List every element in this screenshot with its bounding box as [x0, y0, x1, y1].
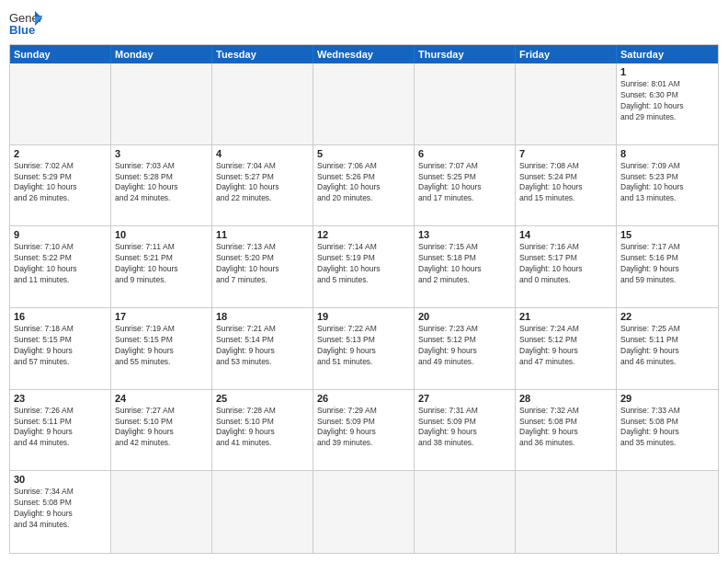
calendar-header-cell: Saturday — [617, 45, 718, 63]
calendar-week: 1Sunrise: 8:01 AM Sunset: 6:30 PM Daylig… — [10, 63, 718, 145]
calendar-cell — [415, 471, 516, 553]
day-number: 13 — [418, 229, 511, 240]
calendar-cell: 18Sunrise: 7:21 AM Sunset: 5:14 PM Dayli… — [212, 308, 313, 389]
day-info: Sunrise: 7:08 AM Sunset: 5:24 PM Dayligh… — [519, 161, 612, 205]
calendar-cell: 1Sunrise: 8:01 AM Sunset: 6:30 PM Daylig… — [617, 63, 718, 144]
day-number: 10 — [115, 229, 208, 240]
day-number: 6 — [418, 148, 511, 159]
calendar-cell — [313, 63, 415, 144]
calendar-header-cell: Monday — [111, 45, 212, 63]
day-info: Sunrise: 7:02 AM Sunset: 5:29 PM Dayligh… — [14, 161, 107, 205]
calendar: SundayMondayTuesdayWednesdayThursdayFrid… — [9, 44, 719, 554]
day-info: Sunrise: 7:29 AM Sunset: 5:09 PM Dayligh… — [317, 406, 410, 450]
day-number: 2 — [14, 148, 107, 159]
day-number: 24 — [115, 393, 208, 404]
calendar-cell: 8Sunrise: 7:09 AM Sunset: 5:23 PM Daylig… — [617, 145, 718, 226]
day-number: 23 — [14, 393, 107, 404]
day-info: Sunrise: 7:11 AM Sunset: 5:21 PM Dayligh… — [115, 242, 208, 286]
day-info: Sunrise: 7:19 AM Sunset: 5:15 PM Dayligh… — [115, 324, 208, 368]
calendar-cell: 25Sunrise: 7:28 AM Sunset: 5:10 PM Dayli… — [212, 390, 313, 471]
calendar-week: 16Sunrise: 7:18 AM Sunset: 5:15 PM Dayli… — [10, 308, 718, 390]
calendar-cell: 11Sunrise: 7:13 AM Sunset: 5:20 PM Dayli… — [212, 226, 313, 307]
day-info: Sunrise: 7:27 AM Sunset: 5:10 PM Dayligh… — [115, 406, 208, 450]
day-number: 22 — [620, 311, 714, 322]
calendar-cell — [313, 471, 415, 553]
day-number: 28 — [519, 393, 612, 404]
day-info: Sunrise: 7:09 AM Sunset: 5:23 PM Dayligh… — [620, 161, 714, 205]
calendar-cell: 28Sunrise: 7:32 AM Sunset: 5:08 PM Dayli… — [516, 390, 617, 471]
calendar-cell: 4Sunrise: 7:04 AM Sunset: 5:27 PM Daylig… — [212, 145, 313, 226]
day-info: Sunrise: 7:32 AM Sunset: 5:08 PM Dayligh… — [519, 406, 612, 450]
day-info: Sunrise: 7:13 AM Sunset: 5:20 PM Dayligh… — [216, 242, 309, 286]
calendar-cell: 12Sunrise: 7:14 AM Sunset: 5:19 PM Dayli… — [313, 226, 415, 307]
calendar-cell — [212, 63, 313, 144]
calendar-body: 1Sunrise: 8:01 AM Sunset: 6:30 PM Daylig… — [10, 63, 718, 553]
calendar-cell: 22Sunrise: 7:25 AM Sunset: 5:11 PM Dayli… — [617, 308, 718, 389]
day-info: Sunrise: 7:34 AM Sunset: 5:08 PM Dayligh… — [14, 487, 107, 531]
calendar-cell: 20Sunrise: 7:23 AM Sunset: 5:12 PM Dayli… — [415, 308, 516, 389]
day-number: 20 — [418, 311, 511, 322]
calendar-cell: 23Sunrise: 7:26 AM Sunset: 5:11 PM Dayli… — [10, 390, 111, 471]
day-number: 27 — [418, 393, 511, 404]
day-number: 5 — [317, 148, 410, 159]
day-number: 29 — [620, 393, 714, 404]
day-info: Sunrise: 7:06 AM Sunset: 5:26 PM Dayligh… — [317, 161, 410, 205]
calendar-header-cell: Thursday — [415, 45, 516, 63]
calendar-cell: 14Sunrise: 7:16 AM Sunset: 5:17 PM Dayli… — [516, 226, 617, 307]
page: General Blue SundayMondayTuesdayWednesda… — [0, 0, 728, 563]
calendar-header-cell: Friday — [516, 45, 617, 63]
day-number: 19 — [317, 311, 410, 322]
calendar-cell: 9Sunrise: 7:10 AM Sunset: 5:22 PM Daylig… — [10, 226, 111, 307]
calendar-header: SundayMondayTuesdayWednesdayThursdayFrid… — [10, 45, 718, 63]
day-info: Sunrise: 7:25 AM Sunset: 5:11 PM Dayligh… — [620, 324, 714, 368]
day-number: 18 — [216, 311, 309, 322]
calendar-cell — [212, 471, 313, 553]
day-number: 14 — [519, 229, 612, 240]
calendar-cell: 2Sunrise: 7:02 AM Sunset: 5:29 PM Daylig… — [10, 145, 111, 226]
calendar-cell — [415, 63, 516, 144]
day-number: 9 — [14, 229, 107, 240]
day-info: Sunrise: 7:24 AM Sunset: 5:12 PM Dayligh… — [519, 324, 612, 368]
calendar-header-cell: Wednesday — [313, 45, 415, 63]
day-info: Sunrise: 7:21 AM Sunset: 5:14 PM Dayligh… — [216, 324, 309, 368]
calendar-cell — [516, 471, 617, 553]
calendar-week: 23Sunrise: 7:26 AM Sunset: 5:11 PM Dayli… — [10, 390, 718, 472]
day-info: Sunrise: 7:04 AM Sunset: 5:27 PM Dayligh… — [216, 161, 309, 205]
calendar-cell: 24Sunrise: 7:27 AM Sunset: 5:10 PM Dayli… — [111, 390, 212, 471]
day-number: 8 — [620, 148, 714, 159]
calendar-cell: 30Sunrise: 7:34 AM Sunset: 5:08 PM Dayli… — [10, 471, 111, 553]
day-number: 4 — [216, 148, 309, 159]
calendar-header-cell: Tuesday — [212, 45, 313, 63]
day-info: Sunrise: 7:22 AM Sunset: 5:13 PM Dayligh… — [317, 324, 410, 368]
calendar-cell — [111, 471, 212, 553]
calendar-week: 2Sunrise: 7:02 AM Sunset: 5:29 PM Daylig… — [10, 145, 718, 227]
day-info: Sunrise: 7:23 AM Sunset: 5:12 PM Dayligh… — [418, 324, 511, 368]
day-info: Sunrise: 7:15 AM Sunset: 5:18 PM Dayligh… — [418, 242, 511, 286]
svg-text:Blue: Blue — [9, 23, 35, 37]
calendar-cell: 26Sunrise: 7:29 AM Sunset: 5:09 PM Dayli… — [313, 390, 415, 471]
calendar-cell: 5Sunrise: 7:06 AM Sunset: 5:26 PM Daylig… — [313, 145, 415, 226]
calendar-cell: 21Sunrise: 7:24 AM Sunset: 5:12 PM Dayli… — [516, 308, 617, 389]
day-number: 25 — [216, 393, 309, 404]
day-info: Sunrise: 7:18 AM Sunset: 5:15 PM Dayligh… — [14, 324, 107, 368]
day-info: Sunrise: 7:14 AM Sunset: 5:19 PM Dayligh… — [317, 242, 410, 286]
calendar-week: 9Sunrise: 7:10 AM Sunset: 5:22 PM Daylig… — [10, 226, 718, 308]
day-info: Sunrise: 7:33 AM Sunset: 5:08 PM Dayligh… — [620, 406, 714, 450]
day-number: 26 — [317, 393, 410, 404]
day-number: 1 — [620, 66, 714, 77]
calendar-cell: 7Sunrise: 7:08 AM Sunset: 5:24 PM Daylig… — [516, 145, 617, 226]
calendar-cell: 15Sunrise: 7:17 AM Sunset: 5:16 PM Dayli… — [617, 226, 718, 307]
day-info: Sunrise: 7:26 AM Sunset: 5:11 PM Dayligh… — [14, 406, 107, 450]
calendar-cell: 17Sunrise: 7:19 AM Sunset: 5:15 PM Dayli… — [111, 308, 212, 389]
logo: General Blue — [9, 9, 42, 37]
day-info: Sunrise: 7:16 AM Sunset: 5:17 PM Dayligh… — [519, 242, 612, 286]
day-info: Sunrise: 7:28 AM Sunset: 5:10 PM Dayligh… — [216, 406, 309, 450]
day-number: 21 — [519, 311, 612, 322]
calendar-cell: 16Sunrise: 7:18 AM Sunset: 5:15 PM Dayli… — [10, 308, 111, 389]
day-number: 12 — [317, 229, 410, 240]
calendar-cell — [617, 471, 718, 553]
day-number: 16 — [14, 311, 107, 322]
calendar-cell: 3Sunrise: 7:03 AM Sunset: 5:28 PM Daylig… — [111, 145, 212, 226]
day-info: Sunrise: 7:31 AM Sunset: 5:09 PM Dayligh… — [418, 406, 511, 450]
calendar-cell: 10Sunrise: 7:11 AM Sunset: 5:21 PM Dayli… — [111, 226, 212, 307]
